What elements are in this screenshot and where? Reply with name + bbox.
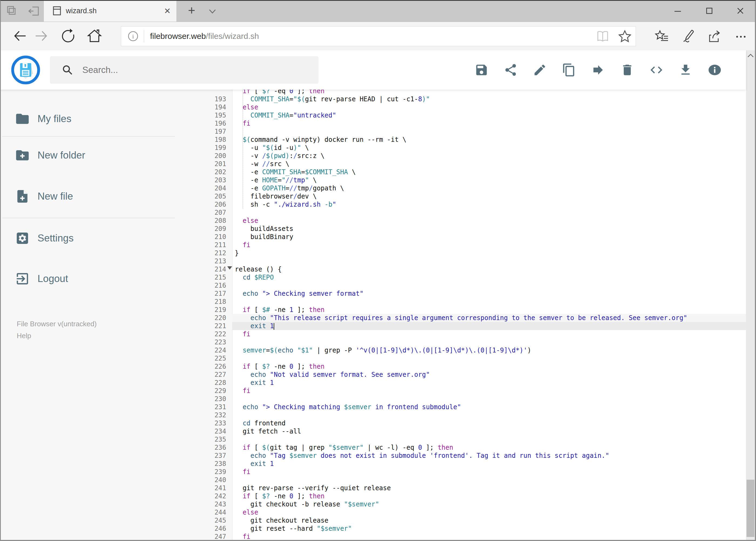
download-icon[interactable] [678, 63, 692, 77]
code-line[interactable]: 216 [204, 281, 746, 289]
code-line[interactable]: 246 git reset --hard "$semver" [204, 525, 746, 533]
code-line[interactable]: 217 echo "> Checking semver format" [204, 289, 746, 297]
code-line[interactable]: 232 [204, 411, 746, 419]
code-line[interactable]: 224 semver=$(echo "$1" | grep -P '^v(0|[… [204, 346, 746, 354]
save-icon[interactable] [474, 63, 489, 77]
code-line[interactable]: 193 COMMIT_SHA="$(git rev-parse HEAD | c… [204, 95, 746, 103]
code-line[interactable]: 208 else [204, 217, 746, 225]
filebrowser-logo[interactable] [11, 55, 41, 85]
code-line[interactable]: if [ $? -eq 0 ]; then [204, 90, 746, 95]
code-line[interactable]: 240 [204, 476, 746, 484]
sidebar-item-my-files[interactable]: My files [0, 104, 204, 134]
code-line[interactable]: 243 git checkout -b release "$semver" [204, 500, 746, 508]
code-line[interactable]: 242 if [ $? -ne 0 ]; then [204, 492, 746, 500]
url-text[interactable]: filebrowser.web/files/wizard.sh [150, 32, 596, 41]
code-line[interactable]: 205 filebrowser/dev \ [204, 192, 746, 201]
code-line[interactable]: 203 -e HOME="//tmp" \ [204, 176, 746, 184]
code-editor[interactable]: if [ $? -eq 0 ]; then193 COMMIT_SHA="$(g… [204, 90, 746, 541]
code-line[interactable]: 221 exit 1 [204, 322, 746, 330]
code-line[interactable]: 230 [204, 395, 746, 403]
search-input[interactable]: Search... [50, 56, 319, 84]
code-line[interactable]: 202 -e COMMIT_SHA=$COMMIT_SHA \ [204, 168, 746, 176]
site-info-icon[interactable]: i [127, 30, 139, 42]
code-line[interactable]: 204 -e GOPATH=//tmp/gopath \ [204, 184, 746, 192]
code-line[interactable]: 213 [204, 257, 746, 265]
share-icon[interactable] [707, 29, 721, 43]
code-line[interactable]: 228 exit 1 [204, 379, 746, 387]
move-icon[interactable] [591, 63, 605, 77]
code-line[interactable]: 197 [204, 128, 746, 136]
code-line[interactable]: 247 fi [204, 533, 746, 541]
info-icon[interactable] [708, 63, 722, 77]
code-line[interactable]: 215 cd $REPO [204, 273, 746, 281]
close-window-button[interactable] [729, 0, 751, 22]
code-line[interactable]: 219 if [ $# -ne 1 ]; then [204, 306, 746, 314]
code-line[interactable]: 220 echo "This release script requires a… [204, 314, 746, 322]
code-line[interactable]: 233 cd frontend [204, 419, 746, 427]
tab-preview-icon[interactable] [28, 5, 41, 17]
code-line[interactable]: 234 git fetch --all [204, 427, 746, 435]
new-tab-button[interactable]: + [185, 4, 198, 17]
code-line[interactable]: 237 echo "Tag $semver does not exist in … [204, 452, 746, 460]
code-line[interactable]: 195 COMMIT_SHA="untracked" [204, 111, 746, 119]
code-line[interactable]: 198 $(command -v winpty) docker run --rm… [204, 136, 746, 144]
browser-tab[interactable]: wizard.sh ✕ [44, 0, 177, 22]
code-line[interactable]: 222 fi [204, 330, 746, 338]
code-line[interactable]: 226 if [ $? -ne 0 ]; then [204, 362, 746, 370]
sidebar-item-new-file[interactable]: New file [0, 182, 204, 211]
code-line[interactable]: 196 fi [204, 119, 746, 128]
code-line[interactable]: 207 [204, 209, 746, 217]
sidebar-item-new-folder[interactable]: New folder [0, 141, 204, 170]
page-scrollbar[interactable] [746, 50, 755, 541]
code-line[interactable]: 199 -u "$(id -u)" \ [204, 144, 746, 152]
address-bar[interactable]: i filebrowser.web/files/wizard.sh [121, 26, 636, 46]
set-tabs-aside-icon[interactable] [5, 5, 18, 17]
scrollbar-thumb[interactable] [747, 480, 754, 537]
forward-icon[interactable] [33, 28, 49, 44]
tab-close-icon[interactable]: ✕ [160, 4, 174, 18]
code-line[interactable]: 214release () { [204, 265, 746, 273]
delete-icon[interactable] [620, 63, 634, 77]
sidebar-item-logout[interactable]: Logout [0, 264, 204, 293]
favorite-star-icon[interactable] [618, 29, 632, 43]
code-line[interactable]: 241 git rev-parse --verify --quiet relea… [204, 484, 746, 492]
tab-list-chevron-icon[interactable] [206, 5, 219, 17]
help-link[interactable]: Help [17, 330, 97, 342]
fold-arrow-icon[interactable] [227, 266, 232, 270]
code-line[interactable]: 210 buildBinary [204, 233, 746, 241]
scroll-up-icon[interactable] [746, 50, 755, 61]
home-icon[interactable] [86, 28, 103, 44]
code-line[interactable]: 212} [204, 249, 746, 257]
code-line[interactable]: 211 fi [204, 241, 746, 249]
line-number: 195 [204, 111, 232, 119]
refresh-icon[interactable] [60, 28, 76, 44]
code-line[interactable]: 238 exit 1 [204, 460, 746, 468]
back-icon[interactable] [12, 28, 28, 44]
code-line[interactable]: 194 else [204, 103, 746, 111]
code-line[interactable]: 231 echo "> Checking matching $semver in… [204, 403, 746, 411]
code-line[interactable]: 245 git checkout release [204, 516, 746, 525]
code-icon[interactable] [649, 63, 663, 77]
edit-icon[interactable] [533, 63, 547, 77]
code-line[interactable]: 225 [204, 354, 746, 362]
sidebar-item-settings[interactable]: Settings [0, 224, 204, 253]
code-line[interactable]: 209 buildAssets [204, 225, 746, 233]
code-line[interactable]: 235 [204, 435, 746, 443]
code-line[interactable]: 236 if [ $(git tag | grep "$semver" | wc… [204, 443, 746, 452]
share-icon[interactable] [504, 63, 518, 77]
code-line[interactable]: 244 else [204, 508, 746, 516]
code-line[interactable]: 201 -w //src \ [204, 160, 746, 168]
code-line[interactable]: 227 echo "Not valid semver format. See s… [204, 370, 746, 379]
more-menu-icon[interactable] [734, 29, 748, 43]
maximize-button[interactable] [698, 0, 720, 22]
code-line[interactable]: 206 sh -c "./wizard.sh -b" [204, 201, 746, 209]
code-line[interactable]: 223 [204, 338, 746, 346]
ink-pen-icon[interactable] [681, 29, 695, 43]
copy-icon[interactable] [562, 63, 576, 77]
code-line[interactable]: 239 fi [204, 468, 746, 476]
code-line[interactable]: 229 fi [204, 387, 746, 395]
code-line[interactable]: 218 [204, 297, 746, 306]
minimize-button[interactable] [667, 0, 689, 22]
hub-favorites-icon[interactable] [654, 29, 668, 43]
code-line[interactable]: 200 -v /$(pwd):/src:z \ [204, 152, 746, 160]
